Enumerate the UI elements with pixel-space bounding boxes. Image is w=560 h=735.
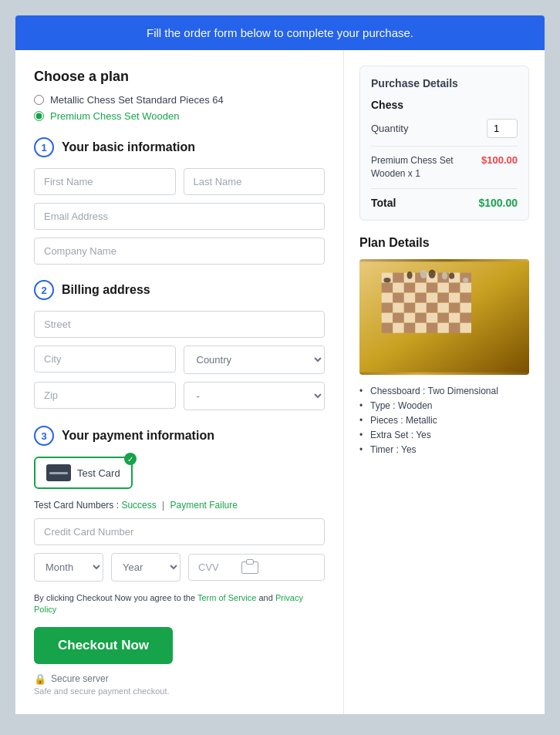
section3-header: 3 Your payment information [34,426,325,446]
plan-feature-item: Timer : Yes [359,444,529,455]
svg-point-54 [442,271,447,279]
svg-rect-26 [393,302,404,312]
svg-rect-41 [382,322,393,332]
svg-rect-42 [393,322,404,332]
svg-rect-24 [460,292,471,302]
page-wrapper: Fill the order form below to complete yo… [15,15,545,714]
product-name: Premium Chess Set Wooden x 1 [371,154,481,180]
svg-point-53 [463,278,468,283]
svg-rect-40 [460,312,471,322]
quantity-input[interactable] [487,119,518,138]
total-row: Total $100.00 [371,188,518,209]
svg-rect-25 [382,302,393,312]
svg-rect-33 [382,312,393,322]
svg-rect-10 [393,282,404,292]
cc-field-wrapper [34,518,325,545]
cvv-field-wrapper [188,554,325,581]
plan-feature-item: Chessboard : Two Dimensional [359,386,529,396]
checkout-button[interactable]: Checkout Now [34,627,173,664]
svg-rect-47 [449,322,460,332]
plan-details-section: Plan Details [359,236,529,455]
total-amount: $100.00 [478,197,518,209]
svg-rect-32 [460,302,471,312]
svg-rect-43 [404,322,416,332]
section1-header: 1 Your basic information [34,137,325,157]
city-input[interactable] [34,346,176,373]
svg-rect-11 [404,282,416,292]
svg-rect-9 [382,282,393,292]
last-name-input[interactable] [184,168,326,195]
terms-tos-link[interactable]: Term of Service [197,593,256,602]
chess-image [359,259,529,375]
first-name-input[interactable] [34,168,176,195]
name-row [34,168,325,195]
state-field: - [184,382,326,410]
top-banner: Fill the order form below to complete yo… [15,15,545,50]
cvv-input[interactable] [195,555,241,580]
svg-rect-38 [437,312,449,322]
state-select[interactable]: - [184,382,326,410]
email-input[interactable] [34,203,325,230]
test-card-success-link[interactable]: Success [121,500,156,511]
card-icon-bar [49,472,68,474]
svg-rect-12 [415,282,427,292]
section2-title: Billing address [62,283,150,297]
choose-plan-section: Choose a plan Metallic Chess Set Standar… [34,69,325,122]
section3-title: Your payment information [62,429,214,443]
plan-option-premium[interactable]: Premium Chess Set Wooden [34,110,325,122]
svg-rect-2 [393,272,404,282]
svg-point-55 [420,269,427,278]
section2-number: 2 [34,280,54,300]
city-field [34,346,176,374]
street-input[interactable] [34,311,325,338]
cvv-card-icon [241,561,258,574]
month-select[interactable]: Month 01 02 03 12 [34,553,103,582]
svg-rect-39 [449,312,460,322]
svg-rect-21 [427,292,438,302]
city-country-row: Country United States United Kingdom [34,346,325,374]
quantity-label: Quantity [371,123,408,134]
svg-rect-23 [449,292,460,302]
safe-payment-text: Safe and secure payment checkout. [34,686,325,696]
svg-rect-19 [404,292,416,302]
svg-rect-34 [393,312,404,322]
company-input[interactable] [34,238,325,265]
left-panel: Choose a plan Metallic Chess Set Standar… [15,50,344,714]
total-label: Total [371,197,396,209]
section2-header: 2 Billing address [34,280,325,300]
svg-point-52 [449,272,454,278]
card-icon [46,464,71,481]
country-select[interactable]: Country United States United Kingdom [184,346,326,374]
svg-rect-15 [449,282,460,292]
svg-rect-17 [382,292,393,302]
choose-plan-heading: Choose a plan [34,69,325,85]
lock-icon: 🔒 [34,673,46,685]
plan-radio-premium[interactable] [34,111,44,121]
plan-details-title: Plan Details [359,236,529,250]
test-card-info: Test Card Numbers : Success | Payment Fa… [34,500,325,511]
test-card-failure-link[interactable]: Payment Failure [170,500,238,511]
section1-title: Your basic information [62,140,195,154]
company-field-wrapper [34,238,325,265]
plan-option-standard[interactable]: Metallic Chess Set Standard Pieces 64 [34,94,325,106]
cc-input[interactable] [34,518,325,545]
svg-rect-28 [415,302,427,312]
last-name-field [184,168,326,195]
chess-section-title: Chess [371,99,518,111]
year-select[interactable]: Year 2024 2025 2026 [111,553,180,582]
country-field: Country United States United Kingdom [184,346,326,374]
plan-feature-item: Pieces : Metallic [359,415,529,426]
zip-input[interactable] [34,382,176,409]
plan-details-list: Chessboard : Two DimensionalType : Woode… [359,386,529,455]
svg-rect-20 [415,292,427,302]
section3-number: 3 [34,426,54,446]
svg-rect-37 [427,312,438,322]
plan-radio-standard[interactable] [34,95,44,105]
terms-middle: and [258,593,275,602]
section1-number: 1 [34,137,54,157]
secure-info: 🔒 Secure server [34,673,325,685]
plan-feature-item: Extra Set : Yes [359,430,529,440]
purchase-details-title: Purchase Details [371,77,518,89]
product-row: Premium Chess Set Wooden x 1 $100.00 [371,146,518,180]
test-card-option[interactable]: Test Card ✓ [34,457,133,489]
